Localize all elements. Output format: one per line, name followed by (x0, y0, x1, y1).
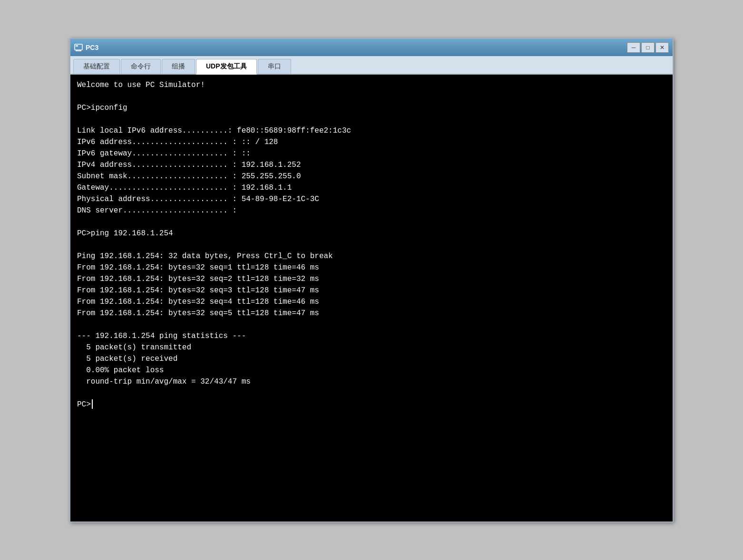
main-window: PC3 ─ □ ✕ 基础配置 命令行 组播 UDP发包工具 串口 Welcome… (69, 38, 674, 522)
terminal-output[interactable]: Welcome to use PC Simulator! PC>ipconfig… (70, 75, 673, 521)
tab-basic-config[interactable]: 基础配置 (73, 59, 120, 74)
minimize-button[interactable]: ─ (627, 42, 640, 53)
tab-serial[interactable]: 串口 (258, 59, 291, 74)
tab-bar: 基础配置 命令行 组播 UDP发包工具 串口 (70, 56, 673, 75)
tab-udp-tool[interactable]: UDP发包工具 (196, 59, 257, 75)
maximize-button[interactable]: □ (641, 42, 655, 53)
tab-command-line[interactable]: 命令行 (121, 59, 161, 74)
tab-multicast[interactable]: 组播 (162, 59, 195, 74)
svg-rect-0 (75, 44, 82, 50)
title-bar-left: PC3 (74, 43, 98, 52)
close-button[interactable]: ✕ (655, 42, 669, 53)
svg-rect-4 (76, 45, 78, 47)
window-title: PC3 (86, 44, 98, 51)
terminal-cursor (92, 399, 93, 409)
app-icon (74, 43, 83, 52)
window-controls: ─ □ ✕ (627, 42, 669, 53)
title-bar: PC3 ─ □ ✕ (70, 39, 673, 56)
